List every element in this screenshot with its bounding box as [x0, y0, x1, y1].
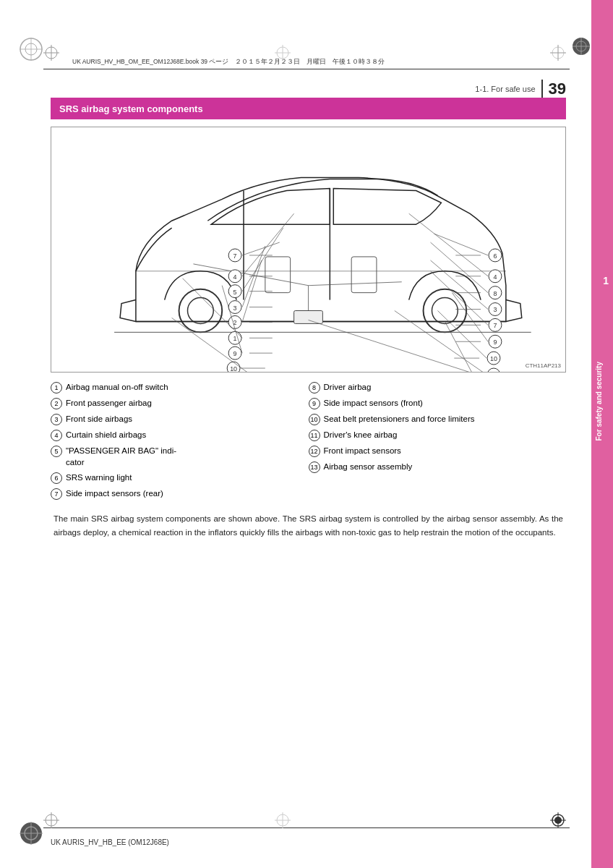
svg-line-72	[445, 321, 477, 372]
svg-text:3: 3	[493, 306, 497, 313]
component-num-9: 9	[309, 398, 320, 409]
svg-line-58	[242, 213, 294, 276]
sidebar-text: For safety and security	[595, 362, 609, 441]
component-text-1: Airbag manual on-off switch	[66, 381, 309, 393]
svg-line-69	[452, 293, 488, 342]
svg-text:9: 9	[493, 339, 497, 346]
component-item-2: 2 Front passenger airbag	[51, 397, 309, 409]
component-num-6: 6	[51, 472, 62, 484]
component-num-13: 13	[309, 461, 320, 473]
component-col-left: 1 Airbag manual on-off switch 2 Front pa…	[51, 381, 309, 503]
bottom-line	[43, 827, 570, 828]
component-list: 1 Airbag manual on-off switch 2 Front pa…	[51, 381, 566, 503]
component-item-8: 8 Driver airbag	[309, 381, 567, 393]
component-text-2: Front passenger airbag	[66, 397, 309, 409]
reg-mark-bl	[43, 812, 59, 828]
svg-text:6: 6	[493, 252, 497, 260]
component-text-8: Driver airbag	[324, 381, 567, 393]
reg-mark-br	[550, 812, 566, 828]
component-text-7: Side impact sensors (rear)	[66, 488, 309, 499]
component-text-9: Side impact sensors (front)	[324, 397, 567, 409]
component-text-12: Front impact sensors	[324, 445, 567, 456]
sidebar-number: 1	[603, 275, 609, 286]
top-line	[43, 69, 570, 69]
car-svg: 7 4 5 3 2 1 9 10	[51, 127, 565, 372]
svg-line-64	[434, 234, 488, 255]
component-item-10: 10 Seat belt pretensioners and force lim…	[309, 413, 567, 425]
component-num-11: 11	[309, 430, 320, 441]
svg-text:7: 7	[493, 322, 497, 329]
component-num-8: 8	[309, 382, 320, 393]
component-text-5: "PASSENGER AIR BAG" indi-cator	[66, 445, 309, 468]
svg-text:5: 5	[233, 289, 237, 296]
reg-mark-bc	[275, 812, 291, 828]
section-title-box: SRS airbag system components	[51, 98, 566, 119]
svg-point-8	[179, 289, 223, 333]
svg-text:8: 8	[493, 290, 497, 297]
component-col-right: 8 Driver airbag 9 Side impact sensors (f…	[309, 381, 567, 503]
svg-rect-14	[351, 257, 377, 293]
svg-point-10	[424, 289, 467, 333]
car-diagram: 7 4 5 3 2 1 9 10	[51, 127, 566, 373]
page: 1 For safety and security UK AURIS_HV_HB…	[0, 0, 613, 868]
reg-mark-tl	[43, 45, 59, 61]
component-num-3: 3	[51, 414, 62, 425]
svg-line-15	[193, 264, 308, 286]
reg-mark-tc	[275, 45, 291, 61]
svg-rect-18	[294, 311, 323, 324]
component-num-5: 5	[51, 446, 62, 457]
footer-text: UK AURIS_HV_HB_EE (OM12J68E)	[51, 838, 169, 846]
svg-text:4: 4	[493, 273, 497, 281]
pink-sidebar: 1 For safety and security	[591, 0, 613, 868]
svg-line-59	[242, 228, 283, 291]
reg-mark-tr	[550, 45, 566, 61]
component-item-7: 7 Side impact sensors (rear)	[51, 488, 309, 500]
diagram-label: CTH11AP213	[526, 362, 561, 369]
component-num-12: 12	[309, 446, 320, 457]
component-num-2: 2	[51, 398, 62, 409]
svg-text:1: 1	[233, 335, 237, 342]
component-num-7: 7	[51, 488, 62, 500]
component-text-13: Airbag sensor assembly	[324, 461, 567, 472]
svg-text:7: 7	[233, 252, 237, 260]
svg-text:10: 10	[230, 365, 237, 372]
component-num-4: 4	[51, 430, 62, 441]
svg-line-70	[437, 311, 486, 359]
svg-point-11	[432, 298, 458, 324]
component-text-3: Front side airbags	[66, 413, 309, 425]
component-text-11: Driver's knee airbag	[324, 429, 567, 441]
svg-line-65	[409, 213, 488, 276]
component-text-6: SRS warning light	[66, 472, 309, 483]
svg-rect-13	[265, 257, 291, 293]
component-item-5: 5 "PASSENGER AIR BAG" indi-cator	[51, 445, 309, 468]
component-item-3: 3 Front side airbags	[51, 413, 309, 425]
svg-text:4: 4	[233, 273, 237, 281]
svg-text:10: 10	[490, 355, 497, 362]
section-title: SRS airbag system components	[59, 103, 203, 114]
svg-line-68	[431, 271, 489, 326]
header-text: UK AURIS_HV_HB_OM_EE_OM12J68E.book 39 ペー…	[72, 58, 385, 67]
section-label: 1-1. For safe use	[475, 85, 535, 93]
svg-point-9	[187, 298, 213, 324]
component-num-10: 10	[309, 414, 320, 425]
binding-mark-tl	[18, 36, 44, 62]
component-item-13: 13 Airbag sensor assembly	[309, 461, 567, 473]
page-header-right: 1-1. For safe use 39	[475, 80, 566, 98]
svg-text:3: 3	[233, 305, 237, 312]
component-num-1: 1	[51, 382, 62, 393]
svg-line-73	[309, 320, 502, 372]
component-item-1: 1 Airbag manual on-off switch	[51, 381, 309, 393]
component-text-10: Seat belt pretensioners and force limite…	[324, 413, 567, 425]
binding-mark-tr	[571, 36, 591, 56]
page-number: 39	[541, 80, 566, 98]
binding-mark-bl	[18, 820, 44, 846]
component-item-9: 9 Side impact sensors (front)	[309, 397, 567, 409]
component-item-6: 6 SRS warning light	[51, 472, 309, 484]
component-item-4: 4 Curtain shield airbags	[51, 429, 309, 441]
svg-line-16	[309, 282, 402, 286]
component-item-11: 11 Driver's knee airbag	[309, 429, 567, 441]
description-paragraph: The main SRS airbag system components ar…	[51, 512, 566, 539]
component-text-4: Curtain shield airbags	[66, 429, 309, 441]
component-item-12: 12 Front impact sensors	[309, 445, 567, 457]
main-content: SRS airbag system components	[51, 98, 566, 539]
